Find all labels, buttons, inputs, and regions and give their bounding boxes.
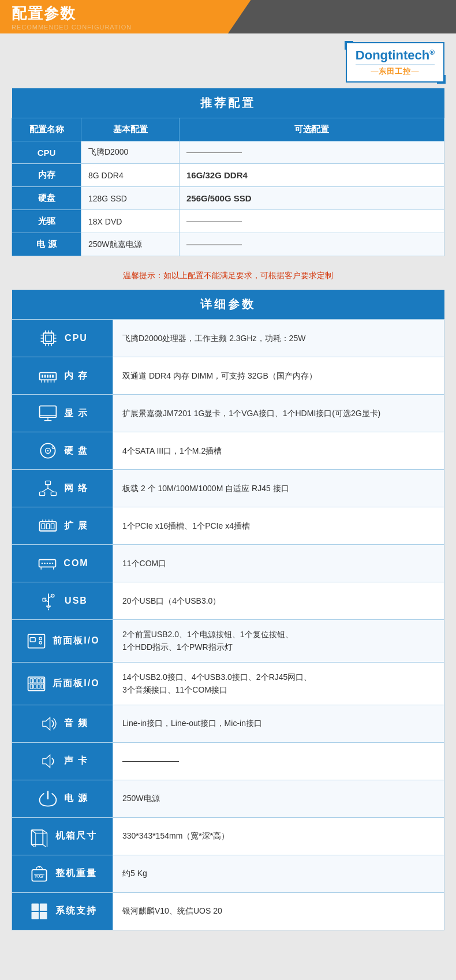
svg-rect-93 bbox=[40, 911, 47, 919]
detail-row-weight: KG 整机重量 约5 Kg bbox=[12, 855, 444, 892]
svg-rect-15 bbox=[42, 375, 43, 377]
detail-row-rearpanel: 后面板I/O 14个USB2.0接口、4个USB3.0接口、2个RJ45网口、3… bbox=[12, 662, 444, 705]
svg-rect-74 bbox=[34, 684, 37, 689]
svg-rect-63 bbox=[28, 635, 45, 648]
row-label-disk: 硬盘 bbox=[12, 187, 81, 210]
detail-row-network: 网 络 板载 2 个 10M/100M/1000M 自适应 RJ45 接口 bbox=[12, 470, 444, 507]
detail-label-frontpanel: 前面板I/O bbox=[12, 620, 113, 663]
svg-rect-42 bbox=[46, 523, 49, 529]
svg-point-52 bbox=[49, 563, 51, 564]
detail-label-expand: 扩 展 bbox=[12, 507, 113, 545]
detail-value-display: 扩展景嘉微JM7201 1G显卡，1个VGA接口、1个HDMI接口(可选2G显卡… bbox=[113, 395, 444, 432]
table-row: 内存 8G DDR4 16G/32G DDR4 bbox=[12, 164, 444, 187]
detail-label-display: 显 示 bbox=[12, 395, 113, 432]
detail-label-usb: USB bbox=[12, 582, 113, 620]
header-banner: 配置参数 RECOMMENDED CONFIGURATION bbox=[0, 0, 456, 33]
detail-value-disk: 4个SATA III口，1个M.2插槽 bbox=[113, 432, 444, 470]
svg-line-39 bbox=[48, 488, 54, 492]
detail-row-disk: 硬 盘 4个SATA III口，1个M.2插槽 bbox=[12, 432, 444, 470]
row-optional-cpu: —————— bbox=[180, 141, 444, 164]
header-title-en: RECOMMENDED CONFIGURATION bbox=[12, 24, 132, 31]
detail-row-memory: 内 存 双通道 DDR4 内存 DIMM，可支持 32GB（国产内存） bbox=[12, 357, 444, 395]
svg-rect-69 bbox=[31, 679, 33, 683]
svg-rect-76 bbox=[41, 684, 44, 689]
display-icon bbox=[36, 402, 59, 425]
detail-label-text-expand: 扩 展 bbox=[64, 520, 88, 532]
detail-row-display: 显 示 扩展景嘉微JM7201 1G显卡，1个VGA接口、1个HDMI接口(可选… bbox=[12, 395, 444, 432]
warning-text: 温馨提示：如以上配置不能满足要求，可根据客户要求定制 bbox=[12, 265, 444, 290]
header-title-cn: 配置参数 bbox=[12, 5, 76, 22]
detail-value-soundcard: ——————— bbox=[113, 742, 444, 780]
detail-label-text-memory: 内 存 bbox=[64, 370, 88, 382]
col-base: 基本配置 bbox=[81, 118, 180, 141]
svg-rect-72 bbox=[41, 679, 44, 683]
detail-label-text-os: 系统支持 bbox=[55, 905, 97, 917]
detail-label-text-rearpanel: 后面板I/O bbox=[53, 678, 99, 690]
table-row: CPU 飞腾D2000 —————— bbox=[12, 141, 444, 164]
svg-point-50 bbox=[44, 563, 46, 564]
detail-label-text-com: COM bbox=[63, 558, 88, 568]
row-optional-memory: 16G/32G DDR4 bbox=[180, 164, 444, 187]
row-base-dvd: 18X DVD bbox=[81, 210, 180, 233]
detail-value-com: 11个COM口 bbox=[113, 545, 444, 582]
svg-rect-0 bbox=[43, 333, 54, 343]
detail-row-soundcard: 声 卡 ——————— bbox=[12, 742, 444, 780]
logo-box: Dongtintech® —东田工控— bbox=[346, 42, 444, 83]
detail-value-os: 银河麒麟V10、统信UOS 20 bbox=[113, 892, 444, 930]
detail-table: 详细参数 bbox=[12, 290, 444, 930]
detail-row-com: COM 11个COM口 bbox=[12, 545, 444, 582]
recommended-header-row: 推荐配置 bbox=[12, 88, 444, 118]
svg-point-66 bbox=[39, 642, 42, 645]
col-name: 配置名称 bbox=[12, 118, 81, 141]
svg-text:KG: KG bbox=[35, 873, 43, 879]
detail-row-audio: 音 频 Line-in接口，Line-out接口，Mic-in接口 bbox=[12, 705, 444, 742]
table-row: 光驱 18X DVD —————— bbox=[12, 210, 444, 233]
svg-line-79 bbox=[43, 844, 47, 847]
detail-label-text-soundcard: 声 卡 bbox=[64, 755, 88, 767]
svg-rect-1 bbox=[46, 335, 52, 342]
svg-rect-18 bbox=[49, 375, 51, 377]
row-optional-dvd: —————— bbox=[180, 210, 444, 233]
svg-point-51 bbox=[47, 563, 48, 564]
detail-label-text-audio: 音 频 bbox=[64, 717, 88, 730]
cpu-icon bbox=[37, 327, 60, 350]
col-header-row: 配置名称 基本配置 可选配置 bbox=[12, 118, 444, 141]
row-label-dvd: 光驱 bbox=[12, 210, 81, 233]
svg-rect-17 bbox=[47, 375, 48, 377]
detail-value-network: 板载 2 个 10M/100M/1000M 自适应 RJ45 接口 bbox=[113, 470, 444, 507]
network-icon bbox=[36, 477, 59, 500]
main-content: 推荐配置 配置名称 基本配置 可选配置 CPU 飞腾D2000 —————— 内… bbox=[0, 88, 456, 942]
detail-label-com: COM bbox=[12, 545, 113, 582]
detail-label-text-frontpanel: 前面板I/O bbox=[53, 635, 99, 647]
svg-rect-35 bbox=[39, 492, 44, 495]
detail-label-cpu: CPU bbox=[12, 320, 113, 357]
recommended-title: 推荐配置 bbox=[12, 88, 444, 118]
detail-value-cpu: 飞腾D2000处理器，工作主频 2.3GHz，功耗：25W bbox=[113, 320, 444, 357]
svg-rect-70 bbox=[34, 679, 37, 683]
detail-label-weight: KG 整机重量 bbox=[12, 855, 113, 892]
detail-row-expand: 扩 展 1个PCIe x16插槽、1个PCIe x4插槽 bbox=[12, 507, 444, 545]
detail-title: 详细参数 bbox=[12, 290, 444, 320]
detail-value-expand: 1个PCIe x16插槽、1个PCIe x4插槽 bbox=[113, 507, 444, 545]
svg-point-33 bbox=[52, 447, 54, 449]
detail-label-text-usb: USB bbox=[65, 596, 88, 606]
detail-value-rearpanel: 14个USB2.0接口、4个USB3.0接口、2个RJ45网口、3个音频接口、1… bbox=[113, 662, 444, 705]
detail-label-rearpanel: 后面板I/O bbox=[12, 662, 113, 705]
row-label-power: 电 源 bbox=[12, 233, 81, 256]
frontpanel-icon bbox=[25, 629, 48, 652]
detail-row-frontpanel: 前面板I/O 2个前置USB2.0、1个电源按钮、1个复位按钮、1个HDD指示、… bbox=[12, 620, 444, 663]
expand-icon bbox=[36, 514, 59, 537]
row-base-power: 250W航嘉电源 bbox=[81, 233, 180, 256]
detail-value-power: 250W电源 bbox=[113, 780, 444, 817]
logo-brand: Dongtintech® bbox=[356, 48, 435, 63]
power-icon bbox=[36, 787, 59, 810]
svg-rect-75 bbox=[38, 684, 40, 689]
detail-label-text-disk: 硬 盘 bbox=[64, 445, 88, 457]
row-base-disk: 128G SSD bbox=[81, 187, 180, 210]
rearpanel-icon bbox=[25, 672, 48, 695]
svg-rect-77 bbox=[32, 830, 43, 844]
svg-point-53 bbox=[52, 563, 54, 564]
svg-rect-92 bbox=[32, 911, 39, 919]
usb-icon bbox=[37, 589, 60, 612]
svg-rect-40 bbox=[39, 522, 56, 531]
